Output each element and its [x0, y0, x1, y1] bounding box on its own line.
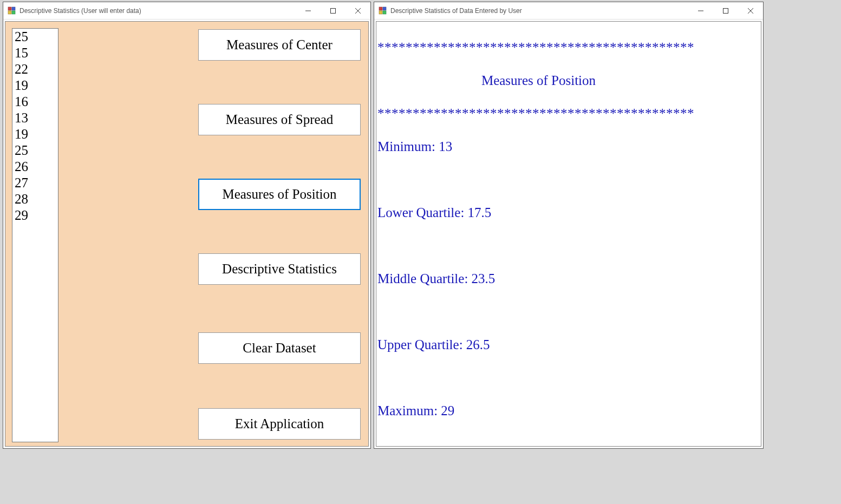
- output-lower-quartile: Lower Quartile: 17.5: [377, 205, 760, 221]
- output-minimum: Minimum: 13: [377, 139, 760, 155]
- measures-of-center-button[interactable]: Measures of Center: [198, 29, 361, 61]
- svg-rect-3: [12, 11, 15, 14]
- minimize-button[interactable]: [688, 2, 713, 19]
- output-blank: [377, 370, 760, 387]
- list-item[interactable]: 22: [15, 61, 56, 77]
- app-icon: [8, 6, 16, 15]
- exit-application-button[interactable]: Exit Application: [198, 408, 361, 440]
- descriptive-statistics-button[interactable]: Descriptive Statistics: [198, 253, 361, 285]
- maximize-button[interactable]: [321, 2, 345, 19]
- svg-rect-2: [8, 11, 11, 14]
- measures-of-spread-button[interactable]: Measures of Spread: [198, 104, 361, 135]
- output-maximum: Maximum: 29: [377, 403, 760, 420]
- svg-rect-1: [12, 7, 15, 10]
- minimize-button[interactable]: [296, 2, 321, 19]
- list-item[interactable]: 26: [15, 159, 56, 175]
- close-icon: [748, 8, 753, 14]
- svg-rect-5: [331, 8, 336, 13]
- close-button[interactable]: [738, 2, 763, 19]
- svg-rect-13: [723, 8, 728, 13]
- close-button[interactable]: [345, 2, 370, 19]
- window-title: Descriptive Statistics (User will enter …: [19, 7, 296, 15]
- list-item[interactable]: 19: [15, 126, 56, 142]
- svg-rect-10: [379, 11, 382, 14]
- list-item[interactable]: 25: [15, 142, 56, 159]
- output-heading: Measures of Position: [377, 73, 700, 89]
- output-textbox[interactable]: ****************************************…: [377, 23, 760, 445]
- input-body: 251522191613192526272829 Measures of Cen…: [5, 21, 369, 447]
- svg-rect-0: [8, 7, 11, 10]
- maximize-icon: [723, 8, 728, 14]
- close-icon: [355, 8, 361, 14]
- clear-dataset-button[interactable]: Clear Dataset: [198, 332, 361, 364]
- maximize-icon: [330, 8, 336, 14]
- list-item[interactable]: 28: [15, 191, 56, 207]
- titlebar: Descriptive Statistics of Data Entered b…: [374, 2, 763, 19]
- list-item[interactable]: 19: [15, 77, 56, 94]
- list-item[interactable]: 15: [15, 45, 56, 61]
- svg-rect-8: [379, 7, 382, 10]
- output-upper-quartile: Upper Quartile: 26.5: [377, 337, 760, 354]
- output-body: ****************************************…: [376, 21, 761, 447]
- svg-rect-9: [383, 7, 386, 10]
- titlebar: Descriptive Statistics (User will enter …: [3, 2, 370, 19]
- output-blank: [377, 172, 760, 188]
- titlebar-controls: [688, 2, 763, 19]
- measures-of-position-button[interactable]: Measures of Position: [198, 179, 361, 210]
- input-window: Descriptive Statistics (User will enter …: [3, 2, 371, 449]
- minimize-icon: [698, 8, 703, 14]
- minimize-icon: [305, 8, 311, 14]
- list-item[interactable]: 16: [15, 94, 56, 110]
- titlebar-controls: [296, 2, 370, 19]
- app-icon: [379, 6, 387, 15]
- output-blank: [377, 304, 760, 320]
- output-window: Descriptive Statistics of Data Entered b…: [374, 2, 764, 449]
- list-item[interactable]: 25: [15, 29, 56, 45]
- output-middle-quartile: Middle Quartile: 23.5: [377, 271, 760, 287]
- maximize-button[interactable]: [713, 2, 738, 19]
- data-listbox[interactable]: 251522191613192526272829: [12, 28, 58, 442]
- output-separator: ****************************************…: [377, 106, 760, 122]
- output-blank: [377, 238, 760, 254]
- svg-rect-11: [383, 11, 386, 14]
- list-item[interactable]: 29: [15, 207, 56, 224]
- output-separator: ****************************************…: [377, 40, 760, 56]
- list-item[interactable]: 13: [15, 110, 56, 126]
- window-title: Descriptive Statistics of Data Entered b…: [390, 7, 688, 15]
- list-item[interactable]: 27: [15, 175, 56, 191]
